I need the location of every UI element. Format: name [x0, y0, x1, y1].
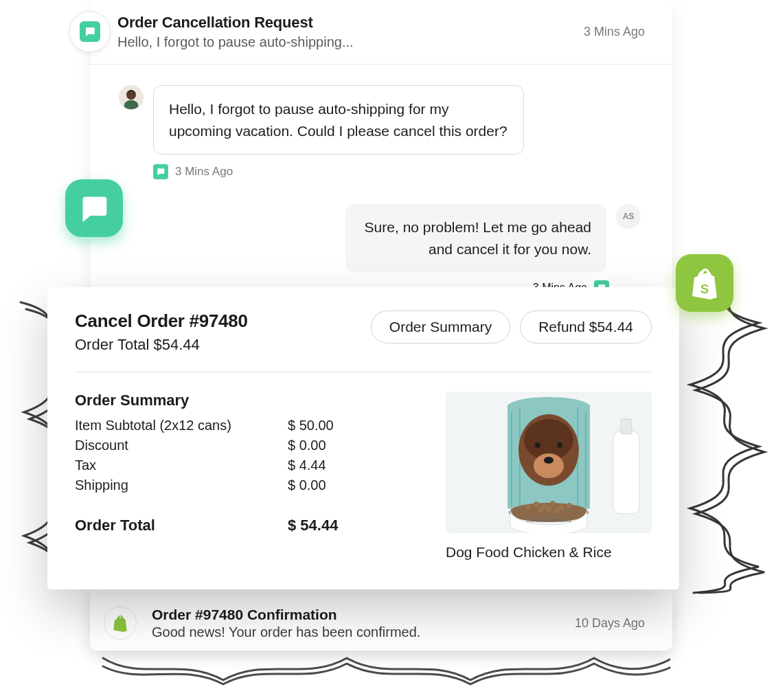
product-name: Dog Food Chicken & Rice [446, 544, 652, 561]
order-summary-heading: Order Summary [75, 392, 411, 409]
customer-avatar[interactable] [119, 85, 144, 110]
chat-icon [153, 164, 168, 179]
shopify-icon [104, 607, 137, 640]
chat-icon [80, 21, 100, 42]
ticket-time: 3 Mins Ago [584, 25, 645, 39]
line-discount-value: $ 0.00 [288, 438, 411, 453]
svg-point-18 [525, 504, 531, 510]
chat-app-badge [65, 179, 123, 237]
line-subtotal-value: $ 50.00 [288, 418, 411, 433]
line-total-label: Order Total [75, 517, 288, 534]
svg-point-21 [550, 501, 556, 506]
line-tax-label: Tax [75, 458, 288, 473]
line-shipping-label: Shipping [75, 477, 288, 493]
line-discount-label: Discount [75, 438, 288, 453]
chat-body: Hello, I forgot to pause auto-shipping f… [90, 65, 672, 309]
svg-point-24 [538, 507, 543, 512]
svg-point-19 [534, 501, 539, 507]
product-image: GOOD MORNING [446, 392, 652, 533]
product-block: GOOD MORNING Dog Food Chicken & Rice [446, 392, 652, 561]
customer-message-meta: 3 Mins Ago [153, 164, 643, 179]
ticket-title: Order Cancellation Request [117, 14, 354, 32]
line-subtotal-label: Item Subtotal (2x12 cans) [75, 418, 288, 433]
confirmation-time: 10 Days Ago [575, 616, 645, 631]
shopify-s-letter: S [700, 282, 709, 297]
decorative-scribble-bottom [100, 653, 673, 687]
line-total-value: $ 54.44 [288, 517, 411, 534]
svg-point-15 [535, 442, 540, 448]
agent-message-row: Sure, no problem! Let me go ahead and ca… [119, 204, 643, 272]
svg-point-14 [544, 457, 554, 464]
line-tax-value: $ 4.44 [288, 458, 411, 473]
cancel-order-subtitle: Order Total $54.44 [75, 336, 248, 354]
decorative-scribble-right [680, 264, 769, 594]
cancel-order-card: Cancel Order #97480 Order Total $54.44 O… [47, 287, 679, 589]
svg-point-23 [567, 503, 572, 508]
customer-message-bubble: Hello, I forgot to pause auto-shipping f… [153, 85, 524, 155]
cancel-order-header: Cancel Order #97480 Order Total $54.44 O… [75, 311, 652, 372]
order-confirmation-item[interactable]: Order #97480 Confirmation Good news! You… [90, 596, 672, 651]
confirmation-subtitle: Good news! Your order has been confirmed… [152, 624, 420, 640]
confirmation-title: Order #97480 Confirmation [152, 607, 420, 623]
svg-rect-6 [621, 419, 632, 434]
order-summary-button[interactable]: Order Summary [371, 311, 510, 343]
bowl-text: GOOD MORNING [526, 517, 571, 523]
shopify-badge: S [676, 254, 733, 312]
line-shipping-value: $ 0.00 [288, 477, 411, 493]
svg-point-25 [546, 506, 551, 512]
svg-point-26 [554, 508, 560, 513]
order-summary: Order Summary Item Subtotal (2x12 cans) … [75, 392, 411, 561]
ticket-header[interactable]: Order Cancellation Request Hello, I forg… [90, 0, 672, 65]
agent-avatar[interactable]: AS [616, 204, 641, 229]
svg-point-16 [557, 442, 562, 448]
ticket-preview: Hello, I forgot to pause auto-shipping..… [117, 34, 354, 50]
svg-rect-5 [613, 431, 639, 514]
agent-message-bubble: Sure, no problem! Let me go ahead and ca… [345, 204, 606, 272]
ticket-channel-badge [69, 11, 111, 52]
customer-message-time: 3 Mins Ago [175, 165, 233, 179]
refund-button[interactable]: Refund $54.44 [520, 311, 652, 343]
customer-message-row: Hello, I forgot to pause auto-shipping f… [119, 85, 643, 155]
cancel-order-title: Cancel Order #97480 [75, 311, 248, 332]
